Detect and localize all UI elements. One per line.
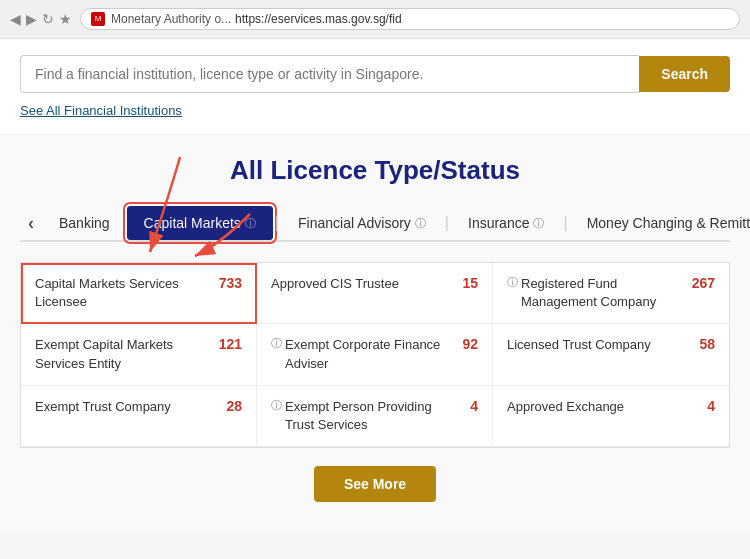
back-icon[interactable]: ◀ bbox=[10, 11, 21, 27]
page-content: Search See All Financial Institutions Al… bbox=[0, 39, 750, 532]
grid-cell-registered-fund[interactable]: ⓘ Registered Fund Management Company 267 bbox=[493, 263, 729, 324]
cell-count-licensed-trust: 58 bbox=[699, 336, 715, 352]
see-more-button[interactable]: See More bbox=[314, 466, 436, 502]
cell-count-capital-markets-services: 733 bbox=[219, 275, 242, 291]
licence-grid: Capital Markets Services Licensee 733 Ap… bbox=[20, 262, 730, 448]
page-title: All Licence Type/Status bbox=[20, 155, 730, 186]
star-icon[interactable]: ★ bbox=[59, 11, 72, 27]
cell-label-exempt-person: Exempt Person Providing Trust Services bbox=[285, 398, 462, 434]
tab-insurance-info-icon: ⓘ bbox=[533, 216, 544, 231]
tabs-wrapper: ‹ Banking Capital Markets ⓘ | Financial … bbox=[20, 206, 730, 242]
cell-info-registered-fund: ⓘ bbox=[507, 275, 518, 290]
search-button[interactable]: Search bbox=[639, 56, 730, 92]
cell-label-exempt-trust: Exempt Trust Company bbox=[35, 398, 218, 416]
tab-money-changing-label: Money Changing & Remittance B bbox=[587, 215, 750, 231]
reload-icon[interactable]: ↻ bbox=[42, 11, 54, 27]
cell-count-approved-cis: 15 bbox=[462, 275, 478, 291]
tab-insurance[interactable]: Insurance ⓘ bbox=[451, 206, 561, 240]
tab-financial-advisory[interactable]: Financial Advisory ⓘ bbox=[281, 206, 443, 240]
url-text: https://eservices.mas.gov.sg/fid bbox=[235, 12, 402, 26]
address-bar[interactable]: M Monetary Authority o... https://eservi… bbox=[80, 8, 740, 30]
tab-money-changing[interactable]: Money Changing & Remittance B bbox=[570, 206, 750, 240]
tab-capital-markets-info-icon: ⓘ bbox=[245, 216, 256, 231]
tabs-list: Banking Capital Markets ⓘ | Financial Ad… bbox=[42, 206, 750, 240]
cell-count-registered-fund: 267 bbox=[692, 275, 715, 291]
site-name: Monetary Authority o... bbox=[111, 12, 231, 26]
grid-cell-licensed-trust[interactable]: Licensed Trust Company 58 bbox=[493, 324, 729, 385]
search-section: Search See All Financial Institutions bbox=[0, 39, 750, 135]
tab-financial-advisory-info-icon: ⓘ bbox=[415, 216, 426, 231]
see-more-wrapper: See More bbox=[20, 466, 730, 502]
grid-cell-exempt-capital[interactable]: Exempt Capital Markets Services Entity 1… bbox=[21, 324, 257, 385]
grid-cell-approved-exchange[interactable]: Approved Exchange 4 bbox=[493, 386, 729, 447]
cell-info-exempt-corporate: ⓘ bbox=[271, 336, 282, 351]
cell-label-exempt-capital: Exempt Capital Markets Services Entity bbox=[35, 336, 211, 372]
grid-cell-exempt-trust[interactable]: Exempt Trust Company 28 bbox=[21, 386, 257, 447]
tab-financial-advisory-label: Financial Advisory bbox=[298, 215, 411, 231]
cell-count-exempt-trust: 28 bbox=[226, 398, 242, 414]
grid-cell-capital-markets-services[interactable]: Capital Markets Services Licensee 733 bbox=[21, 263, 257, 324]
grid-cell-exempt-corporate[interactable]: ⓘ Exempt Corporate Finance Adviser 92 bbox=[257, 324, 493, 385]
cell-label-capital-markets-services: Capital Markets Services Licensee bbox=[35, 275, 211, 311]
grid-cell-exempt-person[interactable]: ⓘ Exempt Person Providing Trust Services… bbox=[257, 386, 493, 447]
tab-banking[interactable]: Banking bbox=[42, 206, 127, 240]
see-all-link[interactable]: See All Financial Institutions bbox=[20, 103, 730, 118]
cell-count-exempt-corporate: 92 bbox=[462, 336, 478, 352]
tab-banking-label: Banking bbox=[59, 215, 110, 231]
tab-prev-button[interactable]: ‹ bbox=[20, 209, 42, 238]
cell-count-exempt-capital: 121 bbox=[219, 336, 242, 352]
tab-pipe-1: | bbox=[273, 214, 281, 232]
browser-nav-icons: ◀ ▶ ↻ ★ bbox=[10, 11, 72, 27]
tab-pipe-2: | bbox=[443, 214, 451, 232]
tab-capital-markets-label: Capital Markets bbox=[144, 215, 241, 231]
browser-bar: ◀ ▶ ↻ ★ M Monetary Authority o... https:… bbox=[0, 0, 750, 39]
favicon: M bbox=[91, 12, 105, 26]
arrows-overlay: Capital Markets Services Licensee 733 Ap… bbox=[20, 262, 730, 448]
grid-cell-approved-cis[interactable]: Approved CIS Trustee 15 bbox=[257, 263, 493, 324]
tab-capital-markets[interactable]: Capital Markets ⓘ bbox=[127, 206, 273, 240]
tab-insurance-label: Insurance bbox=[468, 215, 529, 231]
forward-icon[interactable]: ▶ bbox=[26, 11, 37, 27]
cell-count-exempt-person: 4 bbox=[470, 398, 478, 414]
cell-label-approved-exchange: Approved Exchange bbox=[507, 398, 699, 416]
tab-pipe-3: | bbox=[561, 214, 569, 232]
search-bar: Search bbox=[20, 55, 730, 93]
cell-count-approved-exchange: 4 bbox=[707, 398, 715, 414]
cell-label-licensed-trust: Licensed Trust Company bbox=[507, 336, 691, 354]
cell-label-registered-fund: Registered Fund Management Company bbox=[521, 275, 684, 311]
cell-info-exempt-person: ⓘ bbox=[271, 398, 282, 413]
cell-label-approved-cis: Approved CIS Trustee bbox=[271, 275, 454, 293]
search-input[interactable] bbox=[20, 55, 639, 93]
main-section: All Licence Type/Status ‹ Banking Capita… bbox=[0, 135, 750, 532]
cell-label-exempt-corporate: Exempt Corporate Finance Adviser bbox=[285, 336, 454, 372]
